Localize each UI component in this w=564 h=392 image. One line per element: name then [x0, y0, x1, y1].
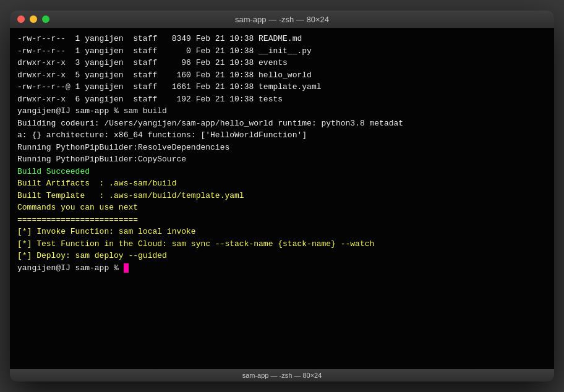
terminal-line: drwxr-xr-x 5 yangijen staff 160 Feb 21 1… — [17, 69, 547, 82]
terminal-line: -rw-r--r-- 1 yangijen staff 8349 Feb 21 … — [17, 33, 547, 45]
terminal-line: Build Succeeded — [17, 166, 547, 178]
terminal-line: [*] Test Function in the Cloud: sam sync… — [17, 238, 547, 250]
terminal-line: [*] Invoke Function: sam local invoke — [17, 226, 547, 238]
terminal-line: [*] Deploy: sam deploy --guided — [17, 250, 547, 262]
minimize-button[interactable] — [30, 15, 37, 23]
terminal-cursor — [124, 263, 129, 273]
terminal-line: yangijen@IJ sam-app % — [17, 262, 547, 275]
terminal-line: ========================= — [17, 214, 547, 226]
terminal-line: Built Artifacts : .aws-sam/build — [17, 177, 547, 190]
close-button[interactable] — [17, 15, 25, 23]
terminal-line: drwxr-xr-x 6 yangijen staff 192 Feb 21 1… — [17, 93, 547, 106]
terminal-line: yangijen@IJ sam-app % sam build — [17, 105, 547, 117]
bottom-bar: sam-app — -zsh — 80×24 — [10, 369, 554, 381]
terminal-line: -rw-r--r--@ 1 yangijen staff 1661 Feb 21… — [17, 81, 547, 93]
terminal-window: sam-app — -zsh — 80×24 -rw-r--r-- 1 yang… — [10, 11, 554, 381]
terminal-body[interactable]: -rw-r--r-- 1 yangijen staff 8349 Feb 21 … — [10, 28, 554, 369]
terminal-line: Building codeuri: /Users/yangijen/sam-ap… — [17, 117, 547, 130]
title-bar: sam-app — -zsh — 80×24 — [10, 11, 554, 28]
bottom-bar-title: sam-app — -zsh — 80×24 — [242, 372, 322, 379]
terminal-line: a: {} architecture: x86_64 functions: ['… — [17, 129, 547, 142]
traffic-lights — [17, 15, 49, 23]
terminal-line: Running PythonPipBuilder:CopySource — [17, 153, 547, 166]
maximize-button[interactable] — [42, 15, 49, 23]
terminal-line: Built Template : .aws-sam/build/template… — [17, 190, 547, 202]
terminal-line: Commands you can use next — [17, 202, 547, 214]
window-title: sam-app — -zsh — 80×24 — [235, 15, 329, 24]
terminal-line: drwxr-xr-x 3 yangijen staff 96 Feb 21 10… — [17, 57, 547, 69]
terminal-line: -rw-r--r-- 1 yangijen staff 0 Feb 21 10:… — [17, 45, 547, 58]
terminal-line: Running PythonPipBuilder:ResolveDependen… — [17, 142, 547, 154]
